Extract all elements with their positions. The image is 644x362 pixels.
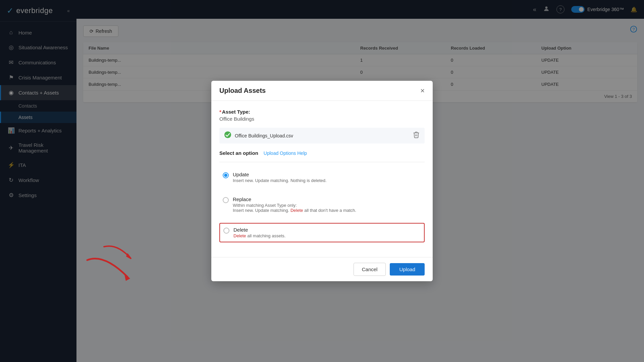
file-delete-button[interactable] (413, 131, 420, 140)
options-divider (219, 162, 425, 162)
asset-type-label: *Asset Type: (219, 109, 425, 115)
file-row: Office Buildings_Upload.csv (219, 128, 425, 143)
modal-close-button[interactable]: × (420, 87, 425, 95)
modal-body: *Asset Type: Office Buildings Office Bui… (211, 101, 433, 257)
file-check-icon (224, 131, 231, 140)
radio-update-title: Update (233, 172, 327, 177)
select-option-label: Select an option (219, 150, 258, 156)
delete-delete-word: Delete (233, 233, 246, 238)
radio-delete-desc: Delete all matching assets. (233, 233, 285, 238)
modal-title: Upload Assets (219, 87, 266, 95)
radio-option-delete[interactable]: Delete Delete all matching assets. (219, 223, 425, 242)
upload-options-help-link[interactable]: Upload Options Help (264, 150, 307, 156)
upload-button[interactable]: Upload (390, 263, 425, 276)
upload-assets-modal: Upload Assets × *Asset Type: Office Buil… (211, 81, 433, 281)
asset-type-label-text: Asset Type: (222, 109, 250, 115)
replace-delete-word: Delete (290, 208, 303, 213)
svg-point-3 (224, 131, 231, 138)
modal-header: Upload Assets × (211, 81, 433, 101)
radio-delete-content: Delete Delete all matching assets. (233, 227, 285, 238)
file-name: Office Buildings_Upload.csv (235, 133, 409, 138)
radio-update-content: Update Insert new. Update matching. Noth… (233, 172, 327, 183)
radio-option-replace[interactable]: Replace Within matching Asset Type only:… (219, 193, 425, 216)
radio-update[interactable] (223, 172, 229, 178)
select-option-row: Select an option Upload Options Help (219, 150, 425, 156)
radio-delete-title: Delete (233, 227, 285, 233)
arrow-annotation (97, 240, 151, 275)
radio-replace[interactable] (223, 197, 229, 203)
cancel-button[interactable]: Cancel (354, 263, 386, 276)
radio-replace-title: Replace (233, 196, 356, 202)
required-star: * (219, 109, 221, 115)
modal-overlay: Upload Assets × *Asset Type: Office Buil… (0, 0, 644, 362)
radio-delete[interactable] (223, 228, 229, 234)
radio-update-desc: Insert new. Update matching. Nothing is … (233, 178, 327, 183)
radio-replace-desc: Within matching Asset Type only: Insert … (233, 203, 356, 213)
radio-replace-content: Replace Within matching Asset Type only:… (233, 196, 356, 213)
asset-type-value: Office Buildings (219, 116, 425, 122)
modal-footer: Cancel Upload (211, 257, 433, 281)
radio-option-update[interactable]: Update Insert new. Update matching. Noth… (219, 168, 425, 186)
